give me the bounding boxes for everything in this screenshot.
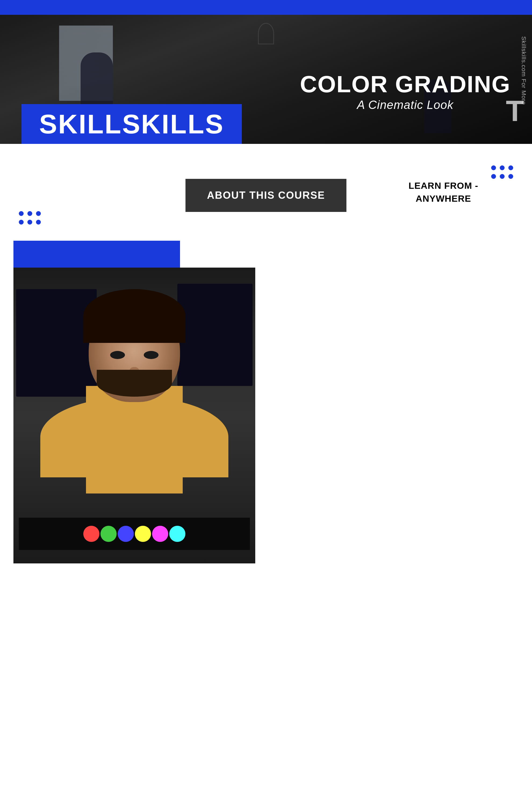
hero-text-container: COLOR GRADING A Cinematic Look (300, 72, 511, 112)
hero-chandelier (258, 23, 274, 44)
learn-from-line2: ANYWHERE (416, 193, 471, 204)
person-eye-right (144, 351, 158, 359)
person-beard (97, 370, 172, 397)
about-course-button[interactable]: ABOUT THIS COURSE (185, 179, 346, 212)
person-video-area (14, 268, 255, 563)
learn-from-anywhere: LEARN FROM - ANYWHERE (409, 179, 478, 205)
bottom-section (0, 241, 532, 644)
person-hair (83, 289, 185, 343)
dot-l4 (19, 220, 24, 224)
about-button-container: ABOUT THIS COURSE (185, 179, 346, 212)
swatch-cyan (169, 526, 185, 542)
dot-r6 (508, 174, 513, 179)
hero-title: COLOR GRADING (300, 72, 511, 96)
dot-r4 (491, 174, 496, 179)
swatch-green (100, 526, 117, 542)
dot-l1 (19, 211, 24, 216)
dot-l5 (27, 220, 32, 224)
learn-from-line1: LEARN FROM - (409, 180, 478, 191)
dot-l3 (36, 211, 41, 216)
swatch-yellow (135, 526, 151, 542)
dot-l6 (36, 220, 41, 224)
background-monitor-left (16, 289, 97, 397)
hero-subtitle: A Cinematic Look (300, 98, 511, 112)
swatch-magenta (152, 526, 168, 542)
dot-r3 (508, 165, 513, 170)
dot-l2 (27, 211, 32, 216)
hero-section: COLOR GRADING A Cinematic Look Skillskil… (0, 15, 532, 144)
skillskills-logo: SKILLSKILLS (39, 109, 224, 140)
skillskills-banner: SKILLSKILLS (21, 104, 242, 144)
dot-r5 (500, 174, 505, 179)
hero-partial-text: T (506, 94, 524, 128)
top-bar (0, 0, 532, 15)
swatch-blue (118, 526, 134, 542)
swatch-red (83, 526, 99, 542)
dot-grid-left (19, 211, 41, 224)
middle-section: ABOUT THIS COURSE LEARN FROM - ANYWHERE (0, 144, 532, 241)
background-monitor-right (177, 284, 252, 386)
person-eye-left (110, 351, 125, 359)
dot-r1 (491, 165, 496, 170)
person-body (86, 386, 183, 493)
color-grading-panel (19, 518, 250, 550)
dot-r2 (500, 165, 505, 170)
dot-grid-right (491, 165, 513, 179)
